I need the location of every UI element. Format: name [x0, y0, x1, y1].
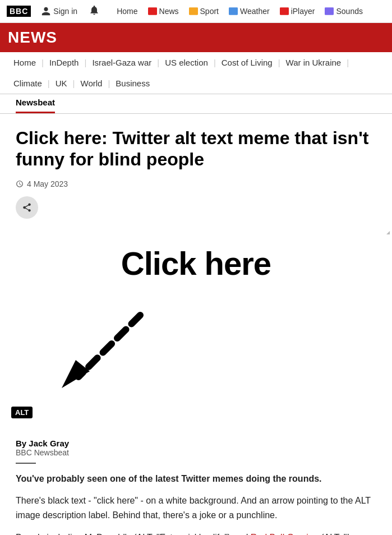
nav-sport[interactable]: Sport	[185, 0, 223, 23]
nav-home[interactable]: Home	[112, 0, 142, 23]
svg-rect-4	[325, 7, 334, 15]
nav-news[interactable]: News	[144, 0, 183, 23]
sign-in-label: Sign in	[53, 7, 77, 16]
arrow-graphic	[45, 304, 157, 407]
author-org: BBC Newsbeat	[16, 448, 376, 457]
article-image-container: Click here ALT ◢	[0, 228, 392, 430]
bbc-logo[interactable]: BBC	[7, 6, 32, 17]
share-icon	[22, 202, 32, 213]
sec-nav-war-ukraine[interactable]: War in Ukraine	[280, 52, 347, 73]
sec-nav-us-election[interactable]: US election	[159, 52, 214, 73]
clock-icon	[16, 180, 24, 188]
article-date: 4 May 2023	[27, 179, 68, 188]
nav-sounds-label: Sounds	[336, 7, 362, 16]
nav-weather[interactable]: Weather	[224, 0, 274, 23]
article-image: Click here ALT ◢	[0, 228, 392, 430]
image-click-here-text: Click here	[121, 245, 271, 282]
alt-badge: ALT	[11, 407, 33, 418]
sec-nav-home[interactable]: Home	[8, 52, 41, 73]
sec-nav-indepth[interactable]: InDepth	[44, 52, 85, 73]
red-bull-link[interactable]: Red Bull Gaming	[251, 533, 319, 535]
article-intro: You've probably seen one of the latest T…	[16, 474, 322, 483]
divider: |	[347, 52, 349, 73]
nav-home-label: Home	[117, 7, 137, 16]
svg-rect-1	[189, 7, 198, 15]
iplayer-icon	[280, 7, 289, 15]
news-bar-title: NEWS	[8, 29, 57, 46]
secondary-navigation: Home | InDepth | Israel-Gaza war | US el…	[0, 52, 392, 94]
nav-weather-label: Weather	[240, 7, 270, 16]
nav-iplayer[interactable]: iPlayer	[275, 0, 320, 23]
image-expand-icon: ◢	[386, 230, 390, 235]
sec-nav-business[interactable]: Business	[110, 73, 155, 94]
svg-line-5	[79, 315, 140, 377]
svg-rect-0	[148, 7, 157, 15]
notifications-bell[interactable]	[89, 4, 100, 18]
sec-nav-uk[interactable]: UK	[50, 73, 73, 94]
sounds-icon	[325, 7, 334, 15]
sec-nav-cost-of-living[interactable]: Cost of Living	[216, 52, 278, 73]
svg-rect-3	[280, 7, 289, 15]
share-button[interactable]	[16, 196, 38, 219]
nav-news-label: News	[159, 7, 179, 16]
article-title: Click here: Twitter alt text meme that i…	[16, 127, 376, 170]
svg-rect-2	[229, 7, 238, 15]
article-para1: There's black text - "click here" - on a…	[16, 494, 376, 522]
sec-nav-israel[interactable]: Israel-Gaza war	[86, 52, 157, 73]
nav-sport-label: Sport	[200, 7, 219, 16]
article-para2: Brands including McDonald's (ALT: "Extra…	[16, 531, 376, 535]
newsbeat-tab-container: Newsbeat	[0, 94, 392, 114]
sec-nav-climate[interactable]: Climate	[8, 73, 48, 94]
sign-in-area[interactable]: Sign in	[41, 6, 77, 16]
nav-sounds[interactable]: Sounds	[320, 0, 367, 23]
author-section: By Jack Gray BBC Newsbeat	[0, 430, 392, 464]
top-nav-links: Home News Sport Weather iPlayer Sounds	[112, 0, 385, 23]
sport-icon	[189, 7, 198, 15]
article-container: Click here: Twitter alt text meme that i…	[0, 114, 392, 219]
sec-nav-world[interactable]: World	[75, 73, 108, 94]
author-divider	[16, 463, 36, 464]
newsbeat-tab[interactable]: Newsbeat	[16, 94, 55, 113]
nav-iplayer-label: iPlayer	[291, 7, 315, 16]
top-navigation: BBC Sign in Home News Sport Weather iPla…	[0, 0, 392, 23]
news-icon	[148, 7, 157, 15]
weather-icon	[229, 7, 238, 15]
user-icon	[41, 6, 51, 16]
author-name: By Jack Gray	[16, 439, 376, 448]
article-body: You've probably seen one of the latest T…	[0, 472, 392, 535]
article-para2-before: Brands including McDonald's (ALT: "Extra…	[16, 533, 251, 535]
article-meta: 4 May 2023	[16, 179, 376, 188]
news-bar: NEWS	[0, 23, 392, 52]
